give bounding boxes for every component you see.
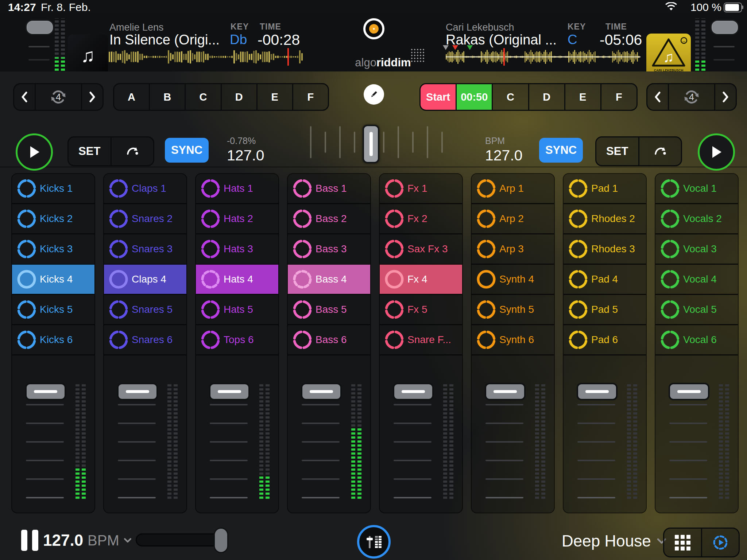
column-volume-fader[interactable]	[485, 383, 526, 400]
pad-hats-1[interactable]: Hats 1	[196, 174, 278, 203]
column-volume-fader[interactable]	[669, 383, 709, 400]
pad-pad-6[interactable]: Pad 6	[564, 324, 646, 354]
pad-bass-3[interactable]: Bass 3	[288, 233, 370, 264]
loop-double-button[interactable]	[81, 84, 102, 110]
pad-fx-5[interactable]: Fx 5	[380, 294, 462, 324]
left-play-button[interactable]	[16, 133, 53, 171]
pad-pad-4[interactable]: Pad 4	[564, 264, 646, 294]
pad-vocals-2[interactable]: Vocals 2	[655, 203, 738, 233]
bank-button-e[interactable]: E	[256, 84, 292, 110]
section-button-e[interactable]: E	[564, 84, 600, 110]
pad-snares-6[interactable]: Snares 6	[104, 324, 186, 354]
genre-selector[interactable]: Deep House	[562, 532, 666, 550]
right-channel-fader[interactable]	[711, 20, 739, 35]
section-button-f[interactable]: F	[600, 84, 636, 110]
column-volume-fader[interactable]	[209, 383, 250, 400]
cue-jump-button[interactable]	[111, 137, 154, 165]
pad-vocal-1[interactable]: Vocal 1	[655, 174, 738, 203]
left-sync-button[interactable]: SYNC	[165, 138, 209, 163]
pad-pad-5[interactable]: Pad 5	[564, 294, 646, 324]
section-button-00-50[interactable]: 00:50	[456, 84, 492, 110]
cue-jump-button[interactable]	[638, 137, 681, 165]
pitch-slider-handle[interactable]	[363, 125, 379, 163]
pad-snare-f-[interactable]: Snare F...	[380, 324, 462, 354]
pad-fx-2[interactable]: Fx 2	[380, 203, 462, 233]
pad-fx-1[interactable]: Fx 1	[380, 174, 462, 203]
pad-arp-3[interactable]: Arp 3	[472, 233, 554, 264]
column-volume-fader[interactable]	[577, 383, 618, 400]
pad-bass-2[interactable]: Bass 2	[288, 203, 370, 233]
bank-button-c[interactable]: C	[185, 84, 220, 110]
pad-synth-4[interactable]: Synth 4	[472, 264, 554, 294]
bank-button-a[interactable]: A	[114, 84, 149, 110]
pad-kicks-2[interactable]: Kicks 2	[12, 203, 94, 233]
fader-tick	[210, 460, 248, 461]
pad-arp-2[interactable]: Arp 2	[472, 203, 554, 233]
pad-bass-1[interactable]: Bass 1	[288, 174, 370, 203]
pad-arp-1[interactable]: Arp 1	[472, 174, 554, 203]
pad-fx-4[interactable]: Fx 4	[380, 264, 462, 294]
pad-claps-1[interactable]: Claps 1	[104, 174, 186, 203]
right-sync-button[interactable]: SYNC	[539, 138, 583, 163]
set-cue-button[interactable]: SET	[69, 137, 111, 165]
pad-snares-2[interactable]: Snares 2	[104, 203, 186, 233]
pad-sax-fx-3[interactable]: Sax Fx 3	[380, 233, 462, 264]
pad-rhodes-3[interactable]: Rhodes 3	[564, 233, 646, 264]
mixer-toggle-button[interactable]	[357, 525, 391, 559]
pad-claps-4[interactable]: Claps 4	[104, 264, 186, 294]
column-volume-fader[interactable]	[301, 383, 342, 400]
pad-tops-6[interactable]: Tops 6	[196, 324, 278, 354]
bank-button-d[interactable]: D	[221, 84, 256, 110]
master-volume-handle[interactable]	[214, 528, 228, 553]
pad-bass-6[interactable]: Bass 6	[288, 324, 370, 354]
pad-kicks-6[interactable]: Kicks 6	[12, 324, 94, 354]
pad-vocal-4[interactable]: Vocal 4	[655, 264, 738, 294]
loop-double-button[interactable]	[714, 84, 736, 110]
loop-length-button[interactable]: 4	[35, 84, 81, 110]
vinyl-icon[interactable]	[363, 18, 385, 40]
bank-button-f[interactable]: F	[292, 84, 328, 110]
left-channel-fader[interactable]	[26, 20, 54, 35]
left-waveform[interactable]	[109, 50, 303, 64]
pad-hats-3[interactable]: Hats 3	[196, 233, 278, 264]
section-button-start[interactable]: Start	[421, 84, 456, 110]
pad-bass-5[interactable]: Bass 5	[288, 294, 370, 324]
pad-rhodes-2[interactable]: Rhodes 2	[564, 203, 646, 233]
pad-hats-2[interactable]: Hats 2	[196, 203, 278, 233]
master-bpm-control[interactable]: 127.0 BPM	[43, 531, 132, 549]
pad-kicks-4[interactable]: Kicks 4	[12, 264, 94, 294]
pad-kicks-1[interactable]: Kicks 1	[12, 174, 94, 203]
column-volume-fader[interactable]	[117, 383, 158, 400]
pad-kicks-3[interactable]: Kicks 3	[12, 233, 94, 264]
loop-halve-button[interactable]	[14, 84, 35, 110]
section-button-c[interactable]: C	[492, 84, 528, 110]
pad-synth-5[interactable]: Synth 5	[472, 294, 554, 324]
pad-bass-4[interactable]: Bass 4	[288, 264, 370, 294]
pad-snares-3[interactable]: Snares 3	[104, 233, 186, 264]
pad-vocal-6[interactable]: Vocal 6	[655, 324, 738, 354]
pad-hats-4[interactable]: Hats 4	[196, 264, 278, 294]
pad-pad-1[interactable]: Pad 1	[564, 174, 646, 203]
bank-button-b[interactable]: B	[149, 84, 185, 110]
right-play-button[interactable]	[698, 133, 735, 171]
right-waveform[interactable]	[446, 50, 640, 64]
pad-kicks-5[interactable]: Kicks 5	[12, 294, 94, 324]
pad-synth-6[interactable]: Synth 6	[472, 324, 554, 354]
pad-vocal-5[interactable]: Vocal 5	[655, 294, 738, 324]
autoplay-button[interactable]	[701, 529, 739, 556]
pad-vocal-3[interactable]: Vocal 3	[655, 233, 738, 264]
pad-snares-5[interactable]: Snares 5	[104, 294, 186, 324]
pause-button[interactable]	[21, 530, 38, 551]
pad-view-button[interactable]	[664, 529, 701, 556]
pad-hats-5[interactable]: Hats 5	[196, 294, 278, 324]
column-volume-fader[interactable]	[393, 383, 434, 400]
pad-label: Sax Fx 3	[407, 243, 448, 255]
loop-length-button[interactable]: 4	[668, 84, 714, 110]
loop-halve-button[interactable]	[647, 84, 668, 110]
master-volume-slider[interactable]	[136, 533, 226, 547]
column-volume-fader[interactable]	[25, 383, 66, 400]
section-button-d[interactable]: D	[528, 84, 564, 110]
set-cue-button[interactable]: SET	[596, 137, 638, 165]
music-note-icon: ♫	[81, 44, 95, 66]
edit-button[interactable]	[364, 84, 384, 105]
